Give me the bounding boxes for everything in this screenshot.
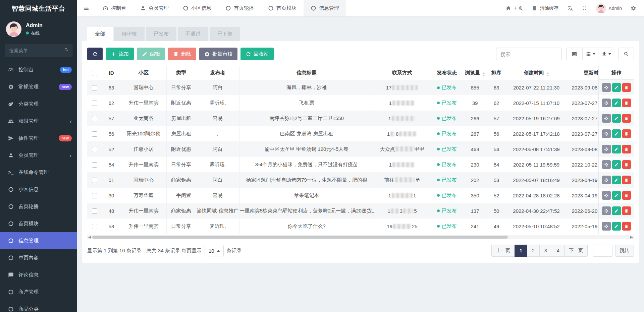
row-checkbox[interactable] (92, 101, 97, 106)
edit-row-button[interactable] (612, 206, 621, 215)
row-checkbox[interactable] (92, 131, 97, 137)
sidebar-item-分类管理[interactable]: 分类管理 (0, 96, 77, 113)
row-checkbox[interactable] (92, 193, 97, 198)
table-search-input[interactable] (496, 48, 562, 60)
topnav-tab-首页模块[interactable]: 首页模块 (261, 0, 304, 16)
col-header-创建时间[interactable]: 创建时间 (506, 66, 567, 80)
select-all-checkbox[interactable] (92, 71, 97, 76)
filter-tab-不通过[interactable]: 不通过 (178, 27, 208, 41)
filter-tab-全部[interactable]: 全部 (87, 27, 113, 41)
horizontal-scrollbar[interactable]: ◀ ▶ (87, 235, 634, 239)
edit-row-button[interactable] (612, 160, 621, 169)
edit-row-button[interactable] (612, 99, 621, 107)
sidebar-item-商户管理[interactable]: 商户管理 (0, 284, 77, 301)
topnav-fullscreen[interactable] (577, 0, 592, 16)
delete-row-button[interactable] (622, 160, 631, 169)
topnav-settings[interactable] (626, 0, 641, 16)
search-button[interactable] (619, 48, 634, 60)
delete-row-button[interactable] (622, 176, 631, 184)
detail-view-button[interactable] (567, 48, 582, 60)
page-button-4[interactable]: 4 (552, 245, 565, 257)
move-button[interactable] (602, 83, 611, 92)
row-checkbox[interactable] (92, 162, 97, 168)
delete-row-button[interactable] (622, 222, 631, 231)
move-button[interactable] (602, 145, 611, 153)
delete-row-button[interactable] (622, 83, 631, 92)
col-header-浏览量[interactable]: 浏览量 (463, 66, 487, 80)
delete-button[interactable]: 删除 (168, 48, 196, 60)
export-button[interactable] (598, 48, 614, 60)
topnav-tab-会员管理[interactable]: 会员管理 (133, 0, 176, 16)
move-button[interactable] (602, 206, 611, 215)
topnav-tab-控制台[interactable]: 控制台 (96, 0, 133, 16)
refresh-button[interactable] (87, 48, 103, 60)
edit-row-button[interactable] (612, 114, 621, 123)
move-button[interactable] (602, 222, 611, 231)
columns-view-button[interactable] (582, 48, 598, 60)
jump-page-input[interactable] (593, 245, 612, 257)
scroll-left-arrow-icon[interactable]: ◀ (87, 235, 92, 239)
sidebar-item-首页轮播[interactable]: 首页轮播 (0, 198, 77, 215)
delete-row-button[interactable] (622, 191, 631, 200)
scroll-right-arrow-icon[interactable]: ▶ (629, 235, 634, 239)
delete-row-button[interactable] (622, 145, 631, 153)
sidebar-item-信息管理[interactable]: 信息管理 (0, 232, 77, 249)
move-button[interactable] (602, 129, 611, 138)
topnav-language[interactable] (563, 0, 577, 16)
sidebar-item-单页内容[interactable]: 单页内容 (0, 249, 77, 266)
row-checkbox[interactable] (92, 116, 97, 121)
sidebar-item-插件管理[interactable]: 插件管理new (0, 130, 77, 147)
move-button[interactable] (602, 99, 611, 107)
sidebar-item-权限管理[interactable]: 权限管理‹ (0, 113, 77, 130)
row-checkbox[interactable] (92, 85, 97, 90)
move-button[interactable] (602, 114, 611, 123)
topnav-admin-user[interactable]: Admin (592, 0, 626, 16)
filter-tab-已发布[interactable]: 已发布 (146, 27, 176, 41)
edit-row-button[interactable] (612, 145, 621, 153)
sidebar-item-商品分类[interactable]: 商品分类 (0, 301, 77, 312)
edit-row-button[interactable] (612, 176, 621, 184)
sidebar-item-常规管理[interactable]: 常规管理new (0, 78, 77, 96)
topnav-tab-小区信息[interactable]: 小区信息 (176, 0, 218, 16)
page-button-1[interactable]: 1 (515, 245, 527, 257)
sidebar-item-控制台[interactable]: 控制台hot (0, 61, 77, 78)
move-button[interactable] (602, 176, 611, 184)
filter-tab-待审核[interactable]: 待审核 (114, 27, 145, 41)
row-checkbox[interactable] (92, 208, 97, 214)
recycle-bin-button[interactable]: 回收站 (240, 48, 274, 60)
edit-row-button[interactable] (612, 222, 621, 231)
topnav-clear-cache[interactable]: 清除缓存 (527, 0, 563, 16)
sidebar-item-首页模块[interactable]: 首页模块 (0, 215, 77, 232)
delete-row-button[interactable] (622, 206, 631, 215)
delete-row-button[interactable] (622, 114, 631, 123)
delete-row-button[interactable] (622, 99, 631, 107)
move-button[interactable] (602, 160, 611, 169)
page-button-3[interactable]: 3 (539, 245, 552, 257)
next-page-button[interactable]: 下一页 (564, 245, 588, 257)
sidebar-item-在线命令管理[interactable]: >_在线命令管理 (0, 164, 77, 181)
batch-audit-button[interactable]: 批量审核 (199, 48, 237, 60)
jump-button[interactable]: 跳转 (615, 245, 634, 257)
row-checkbox[interactable] (92, 224, 97, 229)
edit-row-button[interactable] (612, 83, 621, 92)
hamburger-menu-icon[interactable] (77, 0, 96, 16)
edit-row-button[interactable] (612, 191, 621, 200)
scrollbar-thumb[interactable] (92, 236, 508, 239)
per-page-select[interactable]: 10 (205, 245, 224, 256)
prev-page-button[interactable]: 上一页 (491, 245, 515, 257)
sidebar-item-小区信息[interactable]: 小区信息 (0, 181, 77, 198)
sidebar-item-会员管理[interactable]: 会员管理‹ (0, 147, 77, 164)
move-button[interactable] (602, 191, 611, 200)
row-checkbox[interactable] (92, 178, 97, 183)
row-checkbox[interactable] (92, 147, 97, 152)
menu-search-input[interactable] (5, 44, 72, 57)
topnav-tab-信息管理[interactable]: 信息管理 (304, 0, 346, 16)
page-button-2[interactable]: 2 (527, 245, 540, 257)
edit-row-button[interactable] (612, 129, 621, 138)
edit-button[interactable]: 编辑 (137, 48, 165, 60)
user-avatar[interactable] (6, 21, 21, 37)
topnav-tab-首页轮播[interactable]: 首页轮播 (218, 0, 261, 16)
add-button[interactable]: 添加 (106, 48, 134, 60)
delete-row-button[interactable] (622, 129, 631, 138)
sidebar-item-评论信息[interactable]: 评论信息 (0, 266, 77, 284)
